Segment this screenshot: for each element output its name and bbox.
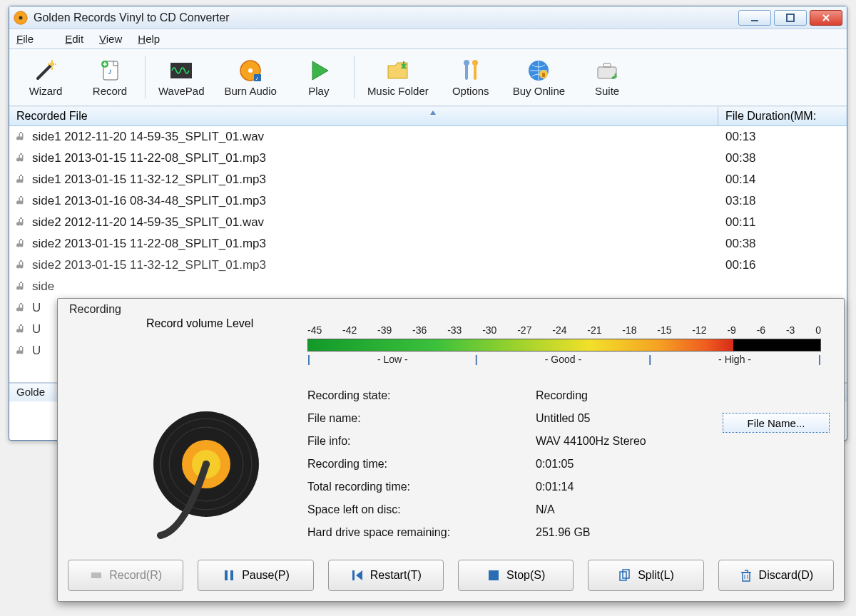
svg-rect-28	[91, 573, 101, 578]
toolbar: Wizard ♪ Record WavePad ♪ Burn Audio Pla…	[9, 49, 847, 106]
toolbar-wizard[interactable]: Wizard	[14, 52, 78, 103]
meter-tick: -36	[412, 324, 427, 336]
toolbar-music-folder[interactable]: Music Folder	[357, 52, 439, 103]
menu-file[interactable]: File	[16, 33, 49, 45]
file-name: side2 2012-11-20 14-59-35_SPLIT_01.wav	[32, 215, 720, 230]
menu-help[interactable]: Help	[138, 33, 160, 45]
info-filename-label: File name:	[307, 412, 536, 425]
stop-icon	[486, 568, 501, 582]
meter-tick: -15	[657, 324, 671, 336]
tools-icon	[458, 58, 484, 83]
info-rectime-value: 0:01:05	[536, 458, 821, 471]
file-name: side2 2013-01-15 11-32-12_SPLIT_01.mp3	[32, 258, 720, 272]
svg-point-10	[248, 68, 253, 73]
close-button[interactable]	[810, 10, 842, 26]
meter-tick: -3	[786, 324, 795, 336]
col-recorded-file[interactable]: Recorded File	[9, 107, 718, 125]
recording-info: Recording state:Recording File name:Unti…	[307, 384, 821, 544]
split-icon	[618, 568, 632, 582]
meter-tick: -21	[587, 324, 601, 336]
minimize-button[interactable]	[738, 10, 771, 26]
file-row[interactable]: side1 2013-01-15 11-32-12_SPLIT_01.mp300…	[9, 169, 847, 190]
svg-text:♪: ♪	[108, 66, 112, 76]
file-row[interactable]: side2 2013-01-15 11-22-08_SPLIT_01.mp300…	[9, 233, 847, 255]
maximize-button[interactable]	[774, 10, 807, 26]
vinyl-icon	[142, 406, 270, 548]
file-duration: 00:16	[720, 258, 841, 272]
globe-icon	[526, 58, 551, 83]
file-duration: 00:14	[720, 173, 841, 187]
meter-tick: -24	[552, 324, 566, 336]
stop-button[interactable]: Stop(S)	[458, 560, 574, 591]
meter-tick: -6	[757, 324, 765, 336]
info-totaltime-label: Total recording time:	[307, 481, 536, 493]
toolbar-burn-audio[interactable]: ♪ Burn Audio	[214, 52, 286, 103]
status-text: Golde	[16, 386, 45, 398]
zone-high-label: - High -	[718, 354, 751, 365]
wand-icon	[33, 58, 58, 83]
app-icon	[14, 11, 28, 25]
meter-ticks: -45-42-39-36-33-30-27-24-21-18-15-12-9-6…	[307, 324, 821, 336]
file-row[interactable]: side	[9, 276, 847, 297]
record-icon	[89, 568, 103, 582]
music-note-icon	[15, 194, 29, 208]
split-button[interactable]: Split(L)	[588, 560, 703, 591]
info-hdspace-label: Hard drive space remaining:	[307, 526, 536, 539]
file-name: side2 2013-01-15 11-22-08_SPLIT_01.mp3	[32, 237, 720, 251]
file-row[interactable]: side1 2013-01-16 08-34-48_SPLIT_01.mp303…	[9, 190, 847, 212]
music-note-icon	[15, 173, 29, 187]
menu-view[interactable]: View	[99, 33, 122, 45]
briefcase-icon	[594, 58, 620, 83]
file-name: side1 2012-11-20 14-59-35_SPLIT_01.wav	[32, 130, 720, 144]
toolbar-wavepad[interactable]: WavePad	[148, 52, 214, 103]
svg-rect-31	[352, 570, 355, 580]
toolbar-play[interactable]: Play	[287, 52, 351, 103]
file-duration: 00:38	[720, 151, 841, 165]
info-rectime-label: Recording time:	[307, 458, 536, 471]
meter-bar	[307, 339, 821, 351]
file-row[interactable]: side2 2013-01-15 11-32-12_SPLIT_01.mp300…	[9, 255, 847, 276]
svg-point-15	[464, 60, 469, 66]
restart-button[interactable]: Restart(T)	[328, 560, 444, 591]
file-row[interactable]: side1 2013-01-15 11-22-08_SPLIT_01.mp300…	[9, 148, 847, 169]
toolbar-buy-online[interactable]: Buy Online	[503, 52, 575, 103]
svg-rect-19	[542, 73, 545, 77]
discard-button[interactable]: Discard(D)	[718, 560, 834, 591]
toolbar-options[interactable]: Options	[439, 52, 503, 103]
toolbar-separator	[354, 56, 355, 98]
meter-tick: -45	[307, 324, 322, 336]
info-hdspace-value: 251.96 GB	[536, 526, 821, 539]
pause-button[interactable]: Pause(P)	[198, 560, 313, 591]
file-name-button[interactable]: File Name...	[723, 413, 830, 433]
play-icon	[306, 58, 332, 83]
music-note-icon	[15, 258, 29, 272]
meter-tick: -42	[342, 324, 357, 336]
cd-icon: ♪	[238, 58, 263, 83]
record-file-icon: ♪	[97, 58, 123, 83]
toolbar-record[interactable]: ♪ Record	[78, 52, 142, 103]
wavepad-icon	[168, 58, 194, 83]
file-row[interactable]: side1 2012-11-20 14-59-35_SPLIT_01.wav00…	[9, 126, 847, 148]
file-row[interactable]: side2 2012-11-20 14-59-35_SPLIT_01.wav00…	[9, 212, 847, 233]
svg-rect-30	[230, 570, 233, 580]
info-state-value: Recording	[536, 389, 821, 402]
toolbar-suite[interactable]: Suite	[575, 52, 639, 103]
recording-dialog: Recording Record volume Level -45-42-39-…	[57, 298, 845, 602]
file-duration: 00:11	[720, 215, 841, 230]
col-duration[interactable]: File Duration(MM:	[718, 107, 847, 125]
music-note-icon	[15, 301, 29, 315]
list-header: Recorded File File Duration(MM:	[9, 106, 847, 126]
music-note-icon	[15, 322, 29, 337]
menu-edit[interactable]: Edit	[65, 33, 83, 45]
info-totaltime-value: 0:01:14	[536, 481, 821, 493]
folder-icon	[385, 58, 411, 83]
titlebar: Golden Records Vinyl to CD Converter	[9, 6, 847, 29]
meter-tick: -39	[377, 324, 392, 336]
volume-meter: -45-42-39-36-33-30-27-24-21-18-15-12-9-6…	[307, 324, 821, 365]
file-duration: 03:18	[720, 194, 841, 208]
dialog-title: Recording	[69, 303, 121, 316]
info-fileinfo-value: WAV 44100Hz Stereo	[536, 435, 821, 448]
music-note-icon	[15, 344, 29, 358]
svg-point-1	[19, 16, 23, 19]
record-button[interactable]: Record(R)	[68, 560, 183, 591]
